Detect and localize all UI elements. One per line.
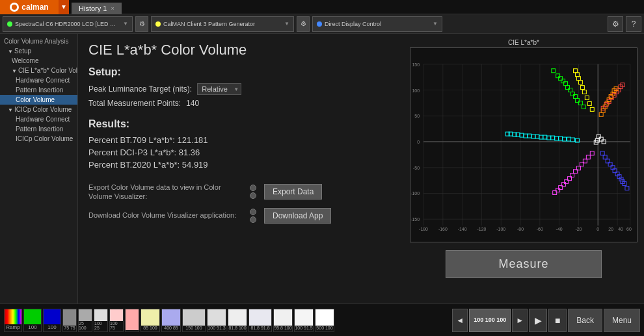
svg-text:60: 60 xyxy=(626,227,632,231)
prev-page-btn[interactable]: ◄ xyxy=(452,309,468,332)
result2: Percent DCI-P3 L*a*b*: 81.36 xyxy=(88,148,393,157)
peak-luminance-select-wrapper[interactable]: Relative xyxy=(197,83,241,95)
page-indicator: 100 100 100 xyxy=(469,309,511,332)
sidebar-item-hardware-connect2[interactable]: Hardware Connect xyxy=(0,114,77,124)
sidebar-item-welcome[interactable]: Welcome xyxy=(0,56,77,66)
download-icon-dot1 xyxy=(250,209,256,215)
tab-close-icon[interactable]: × xyxy=(111,5,114,12)
swatch-white2-label: 100 91.3 xyxy=(208,326,225,330)
menu-button[interactable]: Menu xyxy=(604,309,640,332)
swatch-white4[interactable]: 81.8 91.8 xyxy=(248,309,272,332)
svg-text:-50: -50 xyxy=(413,166,420,170)
measure-btn-area: Measure xyxy=(409,250,639,278)
result3: Percent BT.2020 L*a*b*: 54.919 xyxy=(88,160,393,170)
download-app-button[interactable]: Download App xyxy=(264,208,331,224)
peak-luminance-select[interactable]: Relative xyxy=(197,83,241,95)
sidebar-item-color-volume-active[interactable]: Color Volume xyxy=(0,95,77,105)
sidebar-arrow-icon: ▼ xyxy=(8,49,13,55)
svg-text:-160: -160 xyxy=(438,227,448,231)
download-app-row: Download Color Volume Visualizer applica… xyxy=(88,208,393,224)
measure-button[interactable]: Measure xyxy=(446,250,601,278)
swatch-blue-label: 100 xyxy=(47,324,56,330)
logo-icon xyxy=(10,3,19,12)
device2-settings-btn[interactable]: ⚙ xyxy=(297,16,310,32)
svg-text:150: 150 xyxy=(412,62,420,67)
swatch-white7[interactable]: 500 100 xyxy=(315,309,334,332)
total-measurement-label: Total Measurement Points: xyxy=(88,99,181,108)
swatch-gray2[interactable]: 25 100 xyxy=(78,309,92,332)
device1-dropdown-icon: ▼ xyxy=(123,21,128,27)
logo-area[interactable]: calman xyxy=(0,0,59,14)
history-tab[interactable]: History 1 × xyxy=(72,3,122,14)
swatch-green-label: 100 xyxy=(28,324,36,330)
dropdown-arrow-btn[interactable]: ▼ xyxy=(59,0,69,14)
swatch-white1-color xyxy=(183,309,205,326)
swatch-blue[interactable]: 100 xyxy=(43,309,61,332)
swatch-pink2[interactable] xyxy=(125,309,139,332)
swatch-white2[interactable]: 100 91.3 xyxy=(207,309,226,332)
main-area: Color Volume Analysis ▼Setup Welcome ▼CI… xyxy=(0,34,644,304)
svg-text:-40: -40 xyxy=(556,227,563,231)
settings-icon-btn[interactable]: ⚙ xyxy=(608,16,623,32)
sidebar-item-hardware-connect[interactable]: Hardware Connect xyxy=(0,75,77,85)
page-indicator-text: 100 100 100 xyxy=(474,317,506,324)
swatch-pink-label: 100 75 xyxy=(110,321,123,330)
sidebar-item-cie-lab[interactable]: ▼CIE L*a*b* Color Volume xyxy=(0,66,77,75)
svg-text:-80: -80 xyxy=(517,227,524,231)
swatch-white5[interactable]: 95.8 100 xyxy=(273,309,293,332)
swatch-white2-color xyxy=(208,309,226,326)
svg-text:0: 0 xyxy=(417,140,420,144)
swatch-white3-label: 81.8 100 xyxy=(228,326,246,330)
sidebar-section-label: Color Volume Analysis xyxy=(0,36,77,46)
results-section: Results: Percent BT.709 L*a*b*: 121.181 … xyxy=(88,118,393,170)
stop-btn[interactable]: ■ xyxy=(548,309,567,332)
svg-text:-100: -100 xyxy=(496,227,505,231)
swatch-gray2-color xyxy=(79,309,92,321)
swatch-yellow-tint-label: 85 100 xyxy=(143,326,157,330)
chart-svg: 150 100 50 0 -50 -100 -150 -180 -160 -14… xyxy=(410,48,637,242)
svg-text:40: 40 xyxy=(618,227,623,231)
swatch-ramp-label: Ramp xyxy=(6,324,20,330)
export-icon-dot1 xyxy=(250,185,256,191)
swatch-white1[interactable]: 150 100 xyxy=(182,309,206,332)
svg-text:-180: -180 xyxy=(419,227,428,231)
sidebar-item-icicip-color-volume[interactable]: ICICp Color Volume xyxy=(0,134,77,144)
info-icon-btn[interactable]: ? xyxy=(626,16,641,32)
play-btn[interactable]: ▶ xyxy=(529,309,547,332)
sidebar-item-pattern-insertion2[interactable]: Pattern Insertion xyxy=(0,124,77,134)
device1-settings-btn[interactable]: ⚙ xyxy=(135,16,148,32)
swatch-white3[interactable]: 81.8 100 xyxy=(228,309,247,332)
results-section-title: Results: xyxy=(88,118,393,130)
sidebar-item-setup[interactable]: ▼Setup xyxy=(0,46,77,56)
swatch-green[interactable]: 100 xyxy=(23,309,42,332)
bottom-toolbar: Ramp 100 100 75 75 25 100 100 25 100 75 … xyxy=(0,304,644,336)
svg-text:-20: -20 xyxy=(575,227,582,231)
swatch-white7-color xyxy=(315,309,334,326)
svg-text:20: 20 xyxy=(608,227,613,231)
swatch-white3-color xyxy=(228,309,247,326)
device2-selector[interactable]: CalMAN Client 3 Pattern Generator ▼ xyxy=(151,16,294,32)
export-data-button[interactable]: Export Data xyxy=(264,184,322,200)
swatch-gray3-label: 100 25 xyxy=(94,321,107,330)
swatch-blue-color xyxy=(44,309,60,324)
swatch-ramp-color xyxy=(5,309,21,324)
swatch-gray1[interactable]: 75 75 xyxy=(62,309,77,332)
device3-selector[interactable]: Direct Display Control ▼ xyxy=(312,16,442,32)
swatch-pink[interactable]: 100 75 xyxy=(109,309,124,332)
download-app-label: Download Color Volume Visualizer applica… xyxy=(88,211,245,220)
next-page-btn[interactable]: ► xyxy=(512,309,528,332)
back-button[interactable]: Back xyxy=(568,309,602,332)
result1: Percent BT.709 L*a*b*: 121.181 xyxy=(88,135,393,145)
swatch-yellow-tint[interactable]: 85 100 xyxy=(141,309,160,332)
device1-selector[interactable]: SpectraCal C6 HDR2000 LCD [LED White] ▼ xyxy=(3,16,133,32)
peak-luminance-label: Peak Luminance Target (nits): xyxy=(88,84,192,94)
sidebar-item-pattern-insertion[interactable]: Pattern Insertion xyxy=(0,85,77,95)
top-bar: calman ▼ History 1 × xyxy=(0,0,644,14)
swatch-white6[interactable]: 100 91.5 xyxy=(294,309,314,332)
swatch-blue-tint[interactable]: 400 85 xyxy=(161,309,181,332)
swatch-gray3[interactable]: 100 25 xyxy=(94,309,108,332)
sidebar-item-icicip[interactable]: ▼ICICp Color Volume xyxy=(0,105,77,114)
device3-label: Direct Display Control xyxy=(325,21,381,27)
swatch-ramp[interactable]: Ramp xyxy=(4,309,22,332)
tab-area: History 1 × xyxy=(69,0,122,14)
